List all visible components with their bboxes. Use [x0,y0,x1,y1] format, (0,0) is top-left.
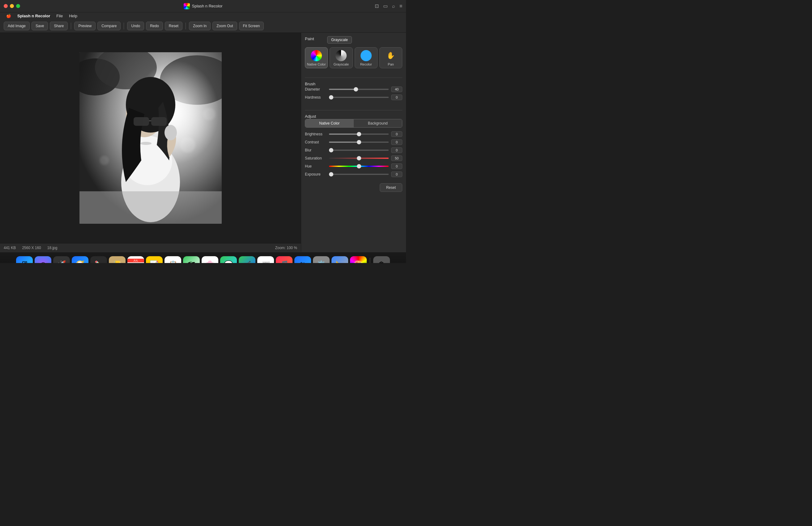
dock: 🖥 ◉ 🚀 🧭 ✏️ 📒 JUL 4 📝 📋 🗺 🌸 💬 📹 📰 [0,252,406,263]
blur-value[interactable]: 0 [391,147,402,153]
undo-button[interactable]: Undo [127,21,144,30]
brightness-slider[interactable] [329,134,389,135]
minimize-button[interactable] [10,4,14,8]
exposure-value[interactable]: 0 [391,171,402,177]
diameter-slider[interactable] [329,89,389,90]
saturation-value[interactable]: 50 [391,155,402,161]
dock-contacts[interactable]: 📒 [109,256,126,263]
hue-label: Hue [305,164,327,168]
exposure-slider[interactable] [329,174,389,175]
status-bar: 441 KB 2560 X 160 18.jpg Zoom: 100 % [0,243,301,252]
menu-icon[interactable]: ≡ [400,3,402,9]
background-tab[interactable]: Background [354,119,402,127]
hardness-slider[interactable] [329,97,389,98]
app-icon [184,3,190,9]
dock-news[interactable]: 📰 [257,256,274,263]
menubar-help[interactable]: Help [66,14,81,18]
diameter-label: Diameter [305,87,327,91]
paint-title: Paint [305,36,314,41]
svg-point-15 [100,156,109,165]
compare-button[interactable]: Compare [97,21,120,30]
dock-safari[interactable]: 🧭 [72,256,88,263]
svg-point-12 [164,125,177,140]
grayscale-label: Grayscale [334,62,349,66]
canvas-area: 441 KB 2560 X 160 18.jpg Zoom: 100 % [0,33,301,252]
dock-music[interactable]: 🎵 [276,256,292,263]
saturation-slider[interactable] [329,157,389,159]
contrast-row: Contrast 0 [305,139,402,145]
dock-launchpad[interactable]: 🚀 [53,256,70,263]
native-color-label: Native Color [307,62,326,66]
dock-siri[interactable]: ◉ [35,256,51,263]
svg-rect-10 [151,117,167,126]
dock-maps[interactable]: 🗺 [183,256,200,263]
grayscale-icon-wrap [335,50,347,61]
menubar-app[interactable]: Splash n Recolor [14,14,53,18]
dock-separator [370,258,370,263]
toolbar-divider-3 [186,22,186,29]
dock-finder[interactable]: 🖥 [16,256,33,263]
dock-appstore[interactable]: 🛍 [294,256,311,263]
dock-messages[interactable]: 💬 [220,256,237,263]
display-icon[interactable]: ▭ [383,3,388,9]
dock-notes[interactable]: 📝 [146,256,163,263]
brightness-value[interactable]: 0 [391,131,402,137]
hue-slider[interactable] [329,166,389,167]
native-color-icon [311,50,322,61]
close-button[interactable] [4,4,8,8]
svg-point-14 [180,137,195,153]
native-color-tab[interactable]: Native Color [305,119,354,127]
dock-photos[interactable]: 🌸 [202,256,218,263]
menubar-file[interactable]: File [53,14,66,18]
dock-pixelmator[interactable]: ✏️ [90,256,107,263]
recolor-mode[interactable]: Recolor [355,47,378,68]
maximize-button[interactable] [16,4,20,8]
pan-icon: ✋ [385,50,396,61]
adjust-reset-button[interactable]: Reset [380,183,402,192]
svg-point-16 [203,108,216,120]
dock-calendar[interactable]: JUL 4 [127,256,144,263]
dock-trash[interactable]: 🗑 [373,256,390,263]
reset-button[interactable]: Reset [165,21,183,30]
zoom-out-button[interactable]: Zoom Out [213,21,237,30]
search-icon[interactable]: ⌕ [392,3,395,9]
toolbar: Add Image Save Share Preview Compare Und… [0,19,406,33]
menubar-apple[interactable]: 🍎 [3,14,14,18]
share-button[interactable]: Share [50,21,68,30]
preview-button[interactable]: Preview [74,21,96,30]
add-image-button[interactable]: Add Image [4,21,30,30]
hardness-row: Hardness 0 [305,94,402,100]
cast-icon[interactable]: ⊡ [375,3,379,9]
diameter-value[interactable]: 40 [391,87,402,92]
blur-row: Blur 0 [305,147,402,153]
photo-canvas[interactable] [79,52,222,224]
hardness-value[interactable]: 0 [391,94,402,100]
fit-screen-button[interactable]: Fit Screen [239,21,264,30]
blur-label: Blur [305,148,327,152]
svg-rect-13 [79,191,222,224]
divider-2 [305,110,402,110]
contrast-value[interactable]: 0 [391,139,402,145]
hue-value[interactable]: 0 [391,164,402,169]
pan-mode[interactable]: ✋ Pan [379,47,402,68]
zoom-in-button[interactable]: Zoom In [189,21,211,30]
dock-splashnrecolor[interactable]: 🎨 [350,256,367,263]
menubar: 🍎 Splash n Recolor File Help [0,12,406,19]
dock-reminders[interactable]: 📋 [164,256,181,263]
titlebar-app-name: Splash n Recolor [192,4,223,8]
save-button[interactable]: Save [31,21,48,30]
canvas-container[interactable] [0,33,301,243]
blur-slider[interactable] [329,150,389,151]
saturation-row: Saturation 50 [305,155,402,161]
exposure-label: Exposure [305,172,327,177]
adjust-section: Adjust Native Color Background Brightnes… [305,114,402,192]
brush-title: Brush [305,81,315,86]
grayscale-mode[interactable]: Grayscale [330,47,352,68]
dock-prefs[interactable]: ⚙️ [313,256,330,263]
main-layout: 441 KB 2560 X 160 18.jpg Zoom: 100 % Pai… [0,33,406,252]
redo-button[interactable]: Redo [146,21,163,30]
native-color-mode[interactable]: Native Color [305,47,328,68]
dock-facetime[interactable]: 📹 [239,256,256,263]
contrast-slider[interactable] [329,141,389,143]
dock-altimeter[interactable]: 📐 [332,256,348,263]
